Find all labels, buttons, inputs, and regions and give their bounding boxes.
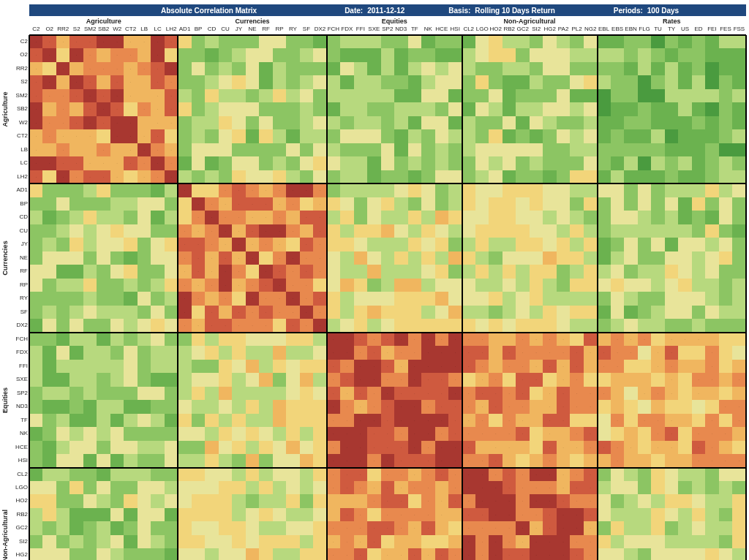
title-basis-value: Rolling 10 Days Return [475, 7, 554, 15]
row-tick: RF [15, 265, 28, 278]
title-basis-label: Basis: [448, 7, 470, 15]
title-date-label: Date: [345, 7, 363, 15]
row-group-label: Agriculture [1, 35, 9, 183]
col-group-label: Agriculture [29, 18, 178, 25]
row-tick: NK [15, 427, 28, 440]
row-tick: FDX [15, 346, 28, 359]
row-tick: O2 [15, 48, 28, 61]
title-periods-value: 100 Days [647, 7, 679, 15]
title-date-value: 2011-12-12 [367, 7, 404, 15]
row-tick: SM2 [15, 89, 28, 102]
row-tick: FCH [15, 333, 28, 346]
row-tick: RB2 [15, 508, 28, 521]
row-tick: W2 [15, 116, 28, 129]
row-tick: LC [15, 156, 28, 170]
row-tick: TF [15, 414, 28, 427]
row-tick: SI2 [15, 535, 28, 548]
row-tick: BP [15, 197, 28, 211]
row-tick: HG2 [15, 548, 28, 560]
row-tick: RR2 [15, 62, 28, 75]
column-group-headings: AgricultureCurrenciesEquitiesNon-Agricul… [29, 18, 746, 25]
row-tick: SXE [15, 373, 28, 386]
row-tick: CL2 [15, 468, 28, 481]
row-tick: CD [15, 211, 28, 224]
col-group-label: Non-Agricultural [462, 18, 598, 25]
row-tick: SF [15, 306, 28, 319]
row-tick-labels: C2O2RR2S2SM2SB2W2CT2LBLCLH2AD1BPCDCUJYNE… [15, 35, 28, 560]
col-group-label: Equities [327, 18, 462, 25]
row-tick: FFI [15, 360, 28, 373]
row-tick: LB [15, 143, 28, 156]
row-tick: S2 [15, 75, 28, 88]
row-tick: DX2 [15, 319, 28, 332]
row-tick: ND3 [15, 400, 28, 413]
col-group-label: Currencies [178, 18, 326, 25]
row-tick: HSI [15, 454, 28, 467]
title-bar: Absolute Correlation Matrix Date: 2011-1… [29, 4, 746, 16]
title-main: Absolute Correlation Matrix [161, 7, 257, 15]
row-tick: CU [15, 224, 28, 238]
row-tick: GC2 [15, 521, 28, 534]
row-tick: HCE [15, 441, 28, 454]
row-tick: C2 [15, 35, 28, 48]
row-group-label: Currencies [1, 183, 9, 332]
correlation-heatmap [29, 35, 746, 560]
row-tick: CT2 [15, 129, 28, 143]
col-group-label: Rates [598, 18, 746, 25]
row-tick: SB2 [15, 102, 28, 116]
row-tick: RP [15, 279, 28, 292]
row-group-label: Non-Agricultural [1, 468, 9, 560]
row-tick: JY [15, 238, 28, 251]
row-tick: NE [15, 251, 28, 265]
row-tick: RY [15, 292, 28, 305]
row-tick: LGO [15, 481, 28, 494]
row-group-label: Equities [1, 333, 9, 468]
row-tick: LH2 [15, 170, 28, 183]
row-tick: SP2 [15, 387, 28, 400]
title-periods-label: Periods: [614, 7, 643, 15]
row-tick: HO2 [15, 494, 28, 507]
row-tick: AD1 [15, 183, 28, 197]
